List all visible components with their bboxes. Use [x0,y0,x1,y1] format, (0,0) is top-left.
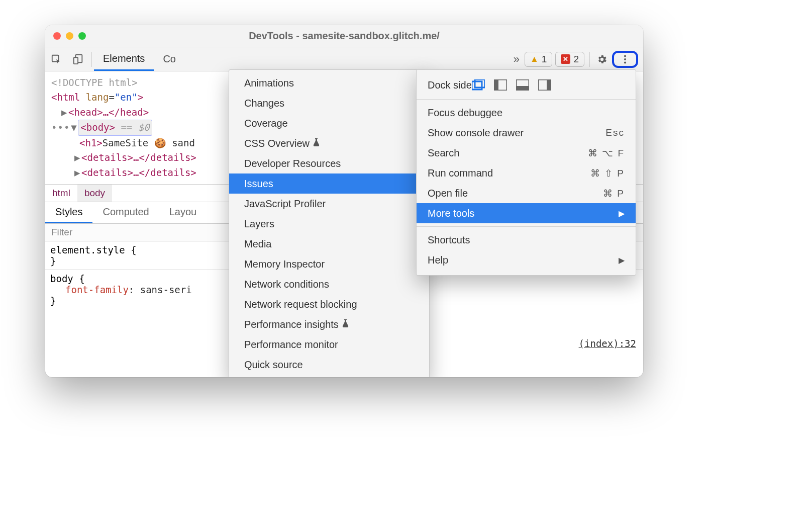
expand-triangle-icon[interactable]: ▼ [71,120,78,135]
breadcrumb-html[interactable]: html [45,185,77,202]
submenu-item-label: CSS Overview [244,138,310,149]
flask-icon [342,319,349,330]
submenu-item-label: Quick source [244,359,303,371]
close-window-button[interactable] [53,32,61,40]
submenu-item-label: Memory Inspector [244,258,325,270]
svg-rect-13 [547,79,551,91]
menu-item-run-command[interactable]: Run command⌘ ⇧ P [417,163,636,183]
submenu-item-network-conditions[interactable]: Network conditions [229,274,429,294]
settings-gear-icon[interactable] [592,54,612,65]
menu-item-label: Run command [428,167,590,179]
menu-item-shortcuts[interactable]: Shortcuts [417,230,636,250]
submenu-item-label: Media [244,238,271,250]
menu-shortcut: ⌘ P [603,188,625,199]
details-node[interactable]: <details>…</details> [81,152,196,163]
submenu-item-network-request-blocking[interactable]: Network request blocking [229,294,429,314]
menu-shortcut: Esc [605,127,625,138]
svg-point-5 [624,61,626,63]
html-attr: lang [86,92,109,103]
submenu-item-media[interactable]: Media [229,234,429,254]
main-toolbar: Elements Co » ▲ 1 ✕ 2 [45,47,643,71]
tab-styles[interactable]: Styles [45,202,92,223]
submenu-item-performance-insights[interactable]: Performance insights [229,314,429,334]
titlebar: DevTools - samesite-sandbox.glitch.me/ [45,25,643,47]
submenu-item-label: Performance monitor [244,339,338,351]
tab-computed[interactable]: Computed [92,202,159,223]
dock-side-row: Dock side [417,74,636,96]
menu-item-label: Focus debuggee [428,107,625,119]
menu-shortcut: ⌘ ⇧ P [590,167,625,179]
details-node[interactable]: <details>…</details> [81,167,196,178]
tab-console-truncated[interactable]: Co [154,47,185,71]
more-tabs-chevron-icon[interactable]: » [509,53,525,66]
submenu-item-label: JavaScript Profiler [244,198,326,210]
menu-item-more-tools[interactable]: More tools▶ [417,203,636,223]
submenu-item-css-overview[interactable]: CSS Overview [229,133,429,153]
menu-item-label: Search [428,147,588,159]
menu-item-help[interactable]: Help▶ [417,250,636,270]
overflow-dots-icon[interactable]: ••• [51,120,70,135]
svg-rect-6 [472,81,482,90]
errors-badge[interactable]: ✕ 2 [555,52,584,67]
errors-count: 2 [573,54,579,65]
expand-triangle-icon[interactable]: ▶ [74,150,81,165]
zoom-window-button[interactable] [78,32,86,40]
expand-triangle-icon[interactable]: ▶ [61,105,68,120]
dock-right-icon[interactable] [538,79,551,91]
submenu-item-javascript-profiler[interactable]: JavaScript Profiler [229,194,429,214]
submenu-item-label: Layers [244,218,274,230]
style-source-link[interactable]: (index):32 [579,338,636,349]
submenu-item-label: Issues [244,178,273,190]
expand-triangle-icon[interactable]: ▶ [74,165,81,180]
head-node[interactable]: <head>…</head> [68,107,149,118]
submenu-item-performance-monitor[interactable]: Performance monitor [229,334,429,355]
submenu-item-quick-source[interactable]: Quick source [229,355,429,375]
error-icon: ✕ [561,54,570,64]
menu-item-open-file[interactable]: Open file⌘ P [417,183,636,203]
h1-text: SameSite 🍪 sand [103,137,195,148]
tab-layout-truncated[interactable]: Layou [159,202,207,223]
submenu-item-label: Developer Resources [244,158,341,169]
menu-item-focus-debuggee[interactable]: Focus debuggee [417,103,636,123]
separator [589,52,590,67]
submenu-item-developer-resources[interactable]: Developer Resources [229,153,429,173]
submenu-arrow-icon: ▶ [619,209,625,218]
submenu-item-label: Network conditions [244,279,329,290]
body-node-selected[interactable]: <body> == $0 [78,120,152,135]
warnings-count: 1 [542,54,547,65]
menu-item-show-console-drawer[interactable]: Show console drawerEsc [417,123,636,143]
window-title: DevTools - samesite-sandbox.glitch.me/ [45,30,643,42]
dock-bottom-icon[interactable] [516,79,529,91]
svg-point-3 [624,55,626,57]
svg-rect-7 [475,79,485,88]
submenu-arrow-icon: ▶ [619,255,625,265]
html-attr-val: "en" [115,92,138,103]
separator [91,52,92,67]
dock-undock-icon[interactable] [472,79,485,91]
h1-tag: <h1> [79,137,103,148]
submenu-item-coverage[interactable]: Coverage [229,113,429,133]
submenu-item-layers[interactable]: Layers [229,214,429,234]
submenu-item-animations[interactable]: Animations [229,73,429,93]
submenu-item-label: Changes [244,98,284,109]
dock-left-icon[interactable] [494,79,507,91]
tab-elements[interactable]: Elements [94,47,154,71]
minimize-window-button[interactable] [66,32,73,40]
svg-rect-11 [516,86,529,91]
menu-item-search[interactable]: Search⌘ ⌥ F [417,143,636,163]
html-tag: <html [51,92,86,103]
breadcrumb-body[interactable]: body [77,185,112,202]
menu-item-label: Show console drawer [428,127,605,139]
kebab-highlight-ring [612,51,638,68]
menu-item-label: More tools [428,208,619,219]
submenu-item-label: Animations [244,77,294,89]
menu-shortcut: ⌘ ⌥ F [588,147,625,159]
submenu-item-issues[interactable]: Issues [229,173,429,194]
kebab-menu-icon[interactable] [615,54,635,65]
submenu-item-changes[interactable]: Changes [229,93,429,113]
device-toolbar-icon[interactable] [67,54,89,65]
warnings-badge[interactable]: ▲ 1 [525,52,552,67]
menu-item-label: Open file [428,188,603,199]
inspect-element-icon[interactable] [45,54,67,65]
submenu-item-memory-inspector[interactable]: Memory Inspector [229,254,429,274]
